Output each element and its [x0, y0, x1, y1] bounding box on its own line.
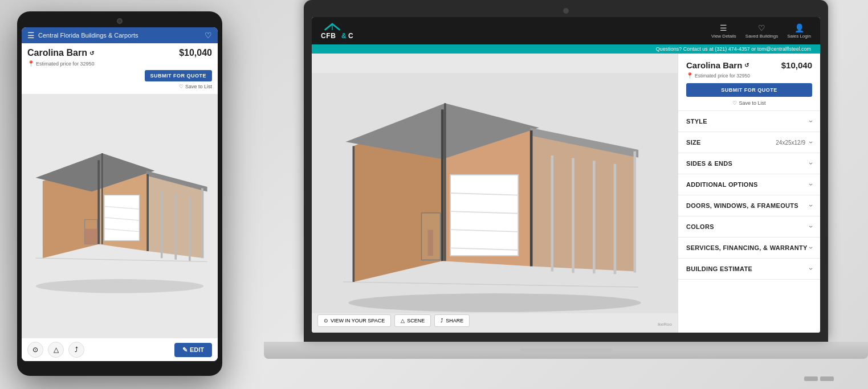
accordion-label: SIDES & ENDS — [686, 160, 732, 167]
tablet-title-row: Carolina Barn ↺ $10,040 — [27, 48, 212, 58]
laptop-ports — [804, 376, 834, 381]
svg-text:&: & — [341, 32, 347, 40]
tablet-heart-icon[interactable]: ♡ — [205, 31, 212, 40]
accordion-right: 24x25x12/9› — [776, 138, 812, 146]
accordion-right: › — [810, 265, 812, 273]
laptop-port-1 — [804, 376, 818, 381]
panel-location: 📍 Estimated price for 32950 — [686, 72, 812, 79]
accordion-item-services--financing----warranty[interactable]: SERVICES, FINANCING, & WARRANTY› — [678, 238, 820, 259]
laptop-nav-right: ☰ View Details ♡ Saved Buildings 👤 Sales… — [711, 23, 811, 39]
panel-save-link[interactable]: ♡ Save to List — [686, 100, 812, 106]
tablet-building-svg — [22, 94, 218, 338]
tablet-share-button[interactable]: ⤴ — [68, 342, 84, 358]
panel-save-heart-icon: ♡ — [732, 100, 737, 106]
svg-line-17 — [36, 258, 207, 261]
accordion-label: COLORS — [686, 223, 714, 230]
chevron-down-icon: › — [807, 120, 815, 122]
laptop-base — [264, 342, 868, 359]
save-heart-icon: ♡ — [179, 84, 184, 89]
tablet-price: $10,040 — [179, 48, 212, 58]
tablet-quote-button[interactable]: SUBMIT FOR QUOTE — [145, 70, 213, 81]
accordion-item-doors--windows----frameouts[interactable]: DOORS, WINDOWS, & FRAMEOUTS› — [678, 195, 820, 216]
scene-button[interactable]: △ SCENE — [394, 314, 431, 327]
tablet-app-title: Central Florida Buildings & Carports — [38, 32, 138, 39]
accordion-label: DOORS, WINDOWS, & FRAMEOUTS — [686, 202, 798, 209]
user-icon: 👤 — [794, 23, 804, 32]
tablet-refresh-icon[interactable]: ↺ — [89, 50, 94, 56]
chevron-down-icon: › — [807, 226, 815, 228]
accordion-value: 24x25x12/9 — [776, 140, 805, 146]
accordion-item-size[interactable]: SIZE24x25x12/9› — [678, 132, 820, 153]
svg-rect-10 — [85, 229, 97, 244]
accordion-item-sides---ends[interactable]: SIDES & ENDS› — [678, 153, 820, 174]
tablet-camera — [117, 18, 123, 24]
tablet-bottom-bar: ⊙ △ ⤴ ✎ EDIT — [22, 338, 218, 361]
tablet-bottom-icons: ⊙ △ ⤴ — [27, 342, 84, 358]
tablet-actions: SUBMIT FOR QUOTE — [27, 70, 212, 81]
laptop-building-svg — [312, 54, 678, 333]
laptop-contact-bar: Questions? Contact us at (321) 474-4357 … — [312, 44, 820, 54]
tablet-ar-button[interactable]: ⊙ — [27, 342, 43, 358]
laptop-top-nav: CFB & C ☰ View Details ♡ Saved — [312, 17, 820, 44]
share-icon: ⤴ — [441, 318, 443, 324]
chevron-down-icon: › — [807, 204, 815, 207]
list-icon: ☰ — [720, 23, 727, 32]
tablet-building-name: Carolina Barn ↺ — [27, 48, 94, 58]
svg-text:C: C — [348, 32, 353, 40]
laptop-base-notch — [520, 349, 612, 352]
panel-refresh-icon[interactable]: ↺ — [744, 62, 749, 68]
saved-heart-icon: ♡ — [758, 23, 765, 32]
nav-view-details[interactable]: ☰ View Details — [711, 23, 736, 39]
tablet-topbar: ☰ Central Florida Buildings & Carports ♡ — [22, 27, 218, 43]
edit-pencil-icon: ✎ — [182, 346, 188, 354]
panel-building-name: Carolina Barn ↺ — [686, 60, 749, 70]
scene: ☰ Central Florida Buildings & Carports ♡… — [0, 0, 868, 389]
svg-rect-35 — [428, 230, 433, 256]
view-in-space-button[interactable]: ⊙ VIEW IN YOUR SPACE — [317, 314, 391, 327]
chevron-down-icon: › — [807, 141, 815, 144]
laptop-lid: CFB & C ☰ View Details ♡ Saved — [304, 0, 828, 342]
laptop-device: CFB & C ☰ View Details ♡ Saved — [264, 0, 868, 389]
accordion-item-building-estimate[interactable]: BUILDING ESTIMATE› — [678, 259, 820, 280]
svg-point-24 — [348, 293, 641, 312]
laptop-viewer: ⊙ VIEW IN YOUR SPACE △ SCENE ⤴ SHARE — [312, 54, 678, 333]
accordion-right: › — [810, 159, 812, 167]
watermark: ikeRoo — [658, 322, 672, 327]
tablet-scene-button[interactable]: △ — [48, 342, 64, 358]
panel-quote-button[interactable]: SUBMIT FOR QUOTE — [686, 83, 812, 97]
tablet-image-area — [22, 94, 218, 338]
tablet-location: 📍 Estimated price for 32950 — [27, 60, 212, 67]
chevron-down-icon: › — [807, 268, 815, 270]
panel-location-icon: 📍 — [686, 72, 693, 79]
accordion-right: › — [810, 202, 812, 210]
accordion-label: ADDITIONAL OPTIONS — [686, 181, 758, 188]
accordion-item-style[interactable]: STYLE› — [678, 111, 820, 132]
accordion-item-colors[interactable]: COLORS› — [678, 216, 820, 238]
ar-icon: ⊙ — [324, 318, 328, 324]
tablet-save-row[interactable]: ♡ Save to List — [27, 84, 212, 89]
laptop-viewer-buttons: ⊙ VIEW IN YOUR SPACE △ SCENE ⤴ SHARE — [317, 314, 470, 327]
accordion-right: › — [810, 181, 812, 189]
hamburger-icon[interactable]: ☰ — [27, 31, 35, 40]
tablet-edit-button[interactable]: ✎ EDIT — [174, 343, 212, 357]
accordion-right: › — [810, 117, 812, 125]
svg-rect-29 — [450, 175, 518, 256]
laptop-right-panel: Carolina Barn ↺ $10,040 📍 Estimated pric… — [678, 54, 820, 333]
tablet-screen: ☰ Central Florida Buildings & Carports ♡… — [22, 27, 218, 361]
accordion-label: SERVICES, FINANCING, & WARRANTY — [686, 244, 808, 251]
accordion-item-additional-options[interactable]: ADDITIONAL OPTIONS› — [678, 174, 820, 195]
nav-saved-buildings[interactable]: ♡ Saved Buildings — [745, 23, 778, 39]
laptop-content: ⊙ VIEW IN YOUR SPACE △ SCENE ⤴ SHARE — [312, 54, 820, 333]
nav-sales-login[interactable]: 👤 Sales Login — [787, 23, 811, 39]
svg-text:CFB: CFB — [321, 32, 336, 40]
share-button[interactable]: ⤴ SHARE — [434, 314, 470, 327]
scene-icon: △ — [401, 318, 405, 324]
accordion-label: STYLE — [686, 118, 707, 125]
location-icon: 📍 — [27, 60, 34, 67]
tablet-header: Carolina Barn ↺ $10,040 📍 Estimated pric… — [22, 43, 218, 94]
accordion-label: SIZE — [686, 139, 701, 146]
panel-header: Carolina Barn ↺ $10,040 📍 Estimated pric… — [678, 54, 820, 111]
accordion-container: STYLE›SIZE24x25x12/9›SIDES & ENDS›ADDITI… — [678, 111, 820, 280]
laptop-port-2 — [820, 376, 834, 381]
panel-title-row: Carolina Barn ↺ $10,040 — [686, 60, 812, 70]
